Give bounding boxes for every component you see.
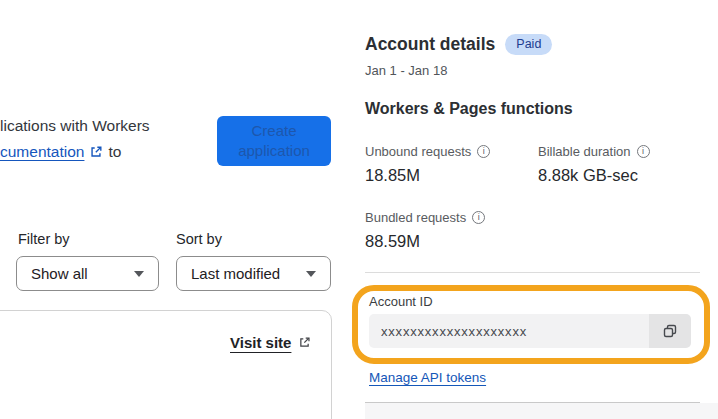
chevron-down-icon <box>134 271 144 277</box>
visit-site-link[interactable]: Visit site <box>230 334 311 351</box>
chevron-down-icon <box>306 271 316 277</box>
external-link-icon <box>298 336 311 349</box>
manage-api-tokens-link[interactable]: Manage API tokens <box>369 370 486 385</box>
workers-pages-functions-title: Workers & Pages functions <box>365 100 573 118</box>
account-id-label: Account ID <box>369 294 433 309</box>
account-details-header: Account details Paid <box>365 34 552 55</box>
project-card <box>0 310 332 419</box>
filter-by-label: Filter by <box>18 231 70 247</box>
documentation-link[interactable]: cumentation <box>0 143 84 161</box>
next-section-strip <box>365 403 718 419</box>
metric-label: Unbound requests i <box>365 144 490 159</box>
create-application-label: Create application <box>231 121 317 161</box>
metric-value: 18.85M <box>365 166 420 185</box>
create-application-button[interactable]: Create application <box>217 116 331 166</box>
external-link-icon <box>89 145 103 159</box>
info-icon[interactable]: i <box>477 145 490 158</box>
dashboard-screenshot: lications with Workers cumentation to Cr… <box>0 0 718 419</box>
filter-dropdown-value: Show all <box>31 265 88 282</box>
intro-text-line2: cumentation to <box>0 143 121 161</box>
copy-icon <box>662 323 678 339</box>
info-icon[interactable]: i <box>637 145 650 158</box>
account-id-field-group <box>369 314 691 348</box>
divider <box>365 272 700 273</box>
metric-label: Bundled requests i <box>365 210 485 225</box>
info-icon[interactable]: i <box>472 211 485 224</box>
paid-plan-badge: Paid <box>505 34 552 55</box>
sort-by-label: Sort by <box>176 231 222 247</box>
date-range: Jan 1 - Jan 18 <box>365 63 447 78</box>
divider <box>365 402 700 403</box>
metric-value: 88.59M <box>365 232 420 251</box>
visit-site-label: Visit site <box>230 334 291 351</box>
sort-dropdown-value: Last modified <box>191 265 280 282</box>
copy-account-id-button[interactable] <box>649 314 691 348</box>
account-id-input[interactable] <box>369 314 649 348</box>
intro-text-suffix: to <box>108 143 121 161</box>
intro-text-line1: lications with Workers <box>0 117 150 135</box>
sort-dropdown[interactable]: Last modified <box>176 256 331 291</box>
metric-label: Billable duration i <box>538 144 650 159</box>
metric-value: 8.88k GB-sec <box>538 166 638 185</box>
account-details-title: Account details <box>365 34 495 55</box>
filter-dropdown[interactable]: Show all <box>16 256 159 291</box>
